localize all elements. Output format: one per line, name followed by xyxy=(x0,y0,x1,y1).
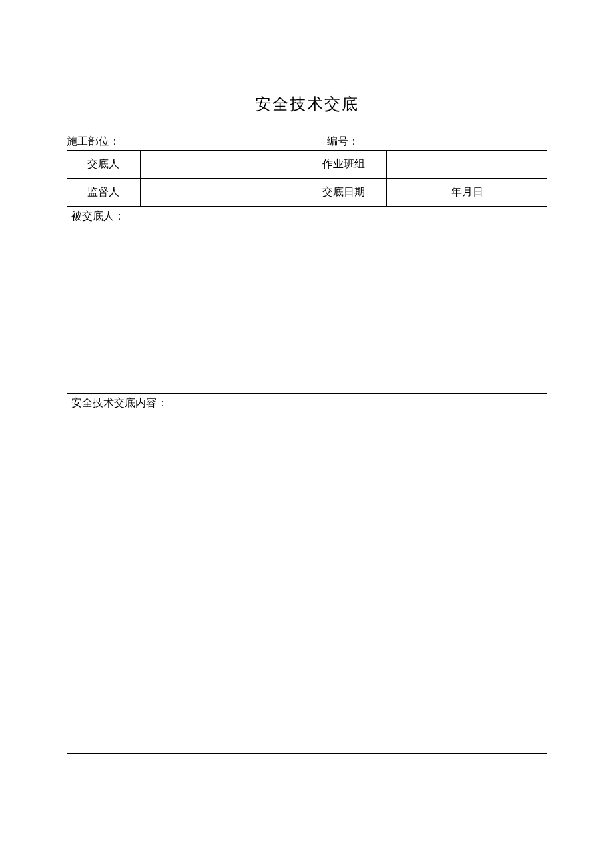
presenter-label: 交底人 xyxy=(67,151,141,179)
row-supervisor: 监督人 交底日期 年月日 xyxy=(67,179,547,207)
work-team-value xyxy=(387,151,547,179)
disclosure-date-label: 交底日期 xyxy=(300,179,387,207)
supervisor-value xyxy=(140,179,300,207)
content-label: 安全技术交底内容： xyxy=(71,397,168,408)
number-label: 编号： xyxy=(327,135,359,147)
supervisor-label: 监督人 xyxy=(67,179,141,207)
row-presenter: 交底人 作业班组 xyxy=(67,151,547,179)
construction-section-label: 施工部位： xyxy=(67,135,120,147)
presenter-value xyxy=(140,151,300,179)
work-team-label: 作业班组 xyxy=(300,151,387,179)
header-row: 施工部位： 编号： xyxy=(67,135,547,149)
recipients-cell: 被交底人： xyxy=(67,207,547,394)
recipients-label: 被交底人： xyxy=(71,210,125,222)
page-title: 安全技术交底 xyxy=(67,93,547,115)
row-recipients: 被交底人： xyxy=(67,207,547,394)
disclosure-date-value: 年月日 xyxy=(387,179,547,207)
content-cell: 安全技术交底内容： xyxy=(67,394,547,754)
row-content: 安全技术交底内容： xyxy=(67,394,547,754)
form-table: 交底人 作业班组 监督人 交底日期 年月日 被交底人： 安全技术交底内容： xyxy=(67,150,547,754)
